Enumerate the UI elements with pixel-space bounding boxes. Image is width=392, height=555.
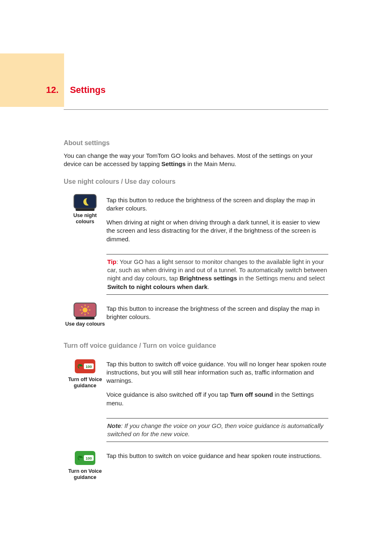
day-colours-icon [73,302,97,320]
text-voice-on: Tap this button to switch on voice guida… [106,449,328,466]
svg-rect-12 [76,317,95,319]
tip-mid: in the Settings menu and select [237,275,325,282]
note-box-inner: Note: If you change the voice on your GO… [106,418,328,442]
tip-bold2: Switch to night colours when dark [107,283,208,290]
heading-voice-guidance: Turn off voice guidance / Turn on voice … [64,341,328,350]
tip-label: Tip [107,258,116,265]
icon-cell-day: Use day colours [64,302,106,327]
voice-on-p1: Tap this button to switch on voice guida… [106,452,328,460]
icon-label-voice-off: Turn off Voice guidance [64,377,106,389]
row-use-day-colours: Use day colours Tap this button to incre… [64,302,328,327]
voice-on-icon: 100 [73,449,97,467]
heading-about-settings: About settings [64,139,328,148]
icon-cell-voice-on: 100 Turn on Voice guidance [64,449,106,481]
chapter-title: Settings [70,85,106,95]
text-night: Tap this button to reduce the brightness… [106,194,328,249]
svg-point-3 [83,308,88,312]
icon-cell-night: Use night colours [64,194,106,225]
voice-off-p2: Voice guidance is also switched off if y… [106,391,328,407]
heading-night-day-colours: Use night colours / Use day colours [64,177,328,186]
row-use-night-colours: Use night colours Tap this button to red… [64,194,328,249]
day-p1: Tap this button to increase the brightne… [106,305,328,321]
chapter-header: 12. Settings [0,53,392,107]
about-settings-body: You can change the way your TomTom GO lo… [64,152,328,169]
chapter-accent [0,53,64,107]
about-body-bold: Settings [161,160,186,167]
svg-text:100: 100 [85,365,92,369]
svg-text:100: 100 [85,456,92,460]
chapter-title-wrap: 12. Settings [64,53,106,96]
tip-bold1: Brightness settings [180,275,237,282]
svg-rect-1 [76,208,95,211]
text-day: Tap this button to increase the brightne… [106,302,328,327]
text-voice-off: Tap this button to switch off voice guid… [106,358,328,413]
note-box: Note: If you change the voice on your GO… [106,418,328,442]
icon-label-voice-on: Turn on Voice guidance [64,468,106,481]
content: About settings You can change the way yo… [64,110,328,481]
chapter-number: 12. [46,84,64,96]
icon-cell-voice-off: 100 Turn off Voice guidance [64,358,106,389]
note-body: : If you change the voice on your GO, th… [107,422,323,437]
voice-off-p1: Tap this button to switch off voice guid… [106,360,328,385]
row-turn-off-voice: 100 Turn off Voice guidance Tap this but… [64,358,328,413]
tip-box-inner: Tip: Your GO has a light sensor to monit… [106,254,328,295]
voice-off-p2-bold: Turn off sound [230,391,273,398]
page: 12. Settings About settings You can chan… [0,53,392,555]
row-turn-on-voice: 100 Turn on Voice guidance Tap this butt… [64,449,328,481]
night-p2: When driving at night or when driving th… [106,218,328,243]
icon-label-day: Use day colours [64,321,106,327]
icon-label-night: Use night colours [64,213,106,225]
night-colours-icon [73,194,97,212]
tip-box: Tip: Your GO has a light sensor to monit… [106,254,328,295]
note-label: Note [107,422,121,429]
night-p1: Tap this button to reduce the brightness… [106,196,328,213]
voice-off-p2-pre: Voice guidance is also switched off if y… [106,391,230,398]
tip-post: . [208,283,209,290]
about-body-post: in the Main Menu. [186,160,236,167]
voice-off-icon: 100 [73,358,97,376]
